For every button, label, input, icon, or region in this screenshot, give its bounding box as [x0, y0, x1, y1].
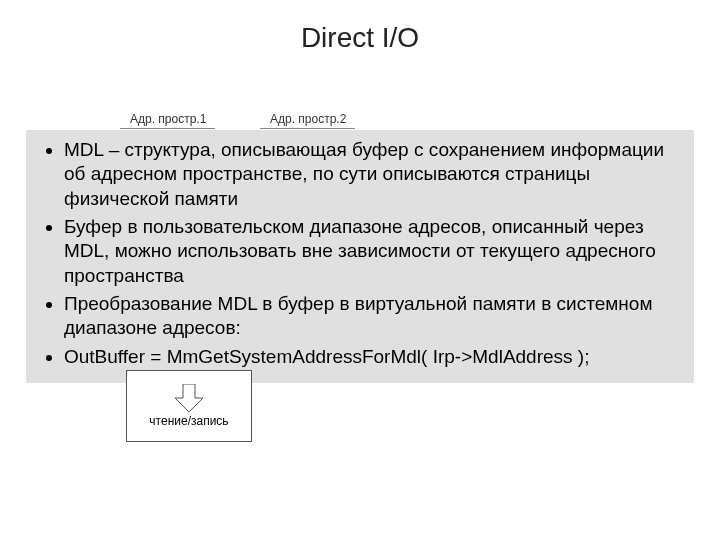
bullet-item: OutBuffer = MmGetSystemAddressForMdl( Ir… — [64, 345, 684, 369]
addr-space-2-label: Адр. простр.2 — [270, 112, 346, 126]
addr1-underline — [120, 128, 215, 129]
arrow-down-icon — [172, 384, 206, 412]
bullet-item: Преобразование MDL в буфер в виртуальной… — [64, 292, 684, 341]
page-title: Direct I/O — [0, 22, 720, 54]
bullet-item: Буфер в пользовательском диапазоне адрес… — [64, 215, 684, 288]
addr-space-1-label: Адр. простр.1 — [130, 112, 206, 126]
addr2-underline — [260, 128, 355, 129]
bullet-item: MDL – структура, описывающая буфер с сох… — [64, 138, 684, 211]
read-write-label: чтение/запись — [126, 414, 252, 428]
content-block: MDL – структура, описывающая буфер с сох… — [26, 130, 694, 383]
bullet-list: MDL – структура, описывающая буфер с сох… — [36, 138, 684, 369]
slide: Direct I/O Адр. простр.1 Адр. простр.2 M… — [0, 0, 720, 540]
